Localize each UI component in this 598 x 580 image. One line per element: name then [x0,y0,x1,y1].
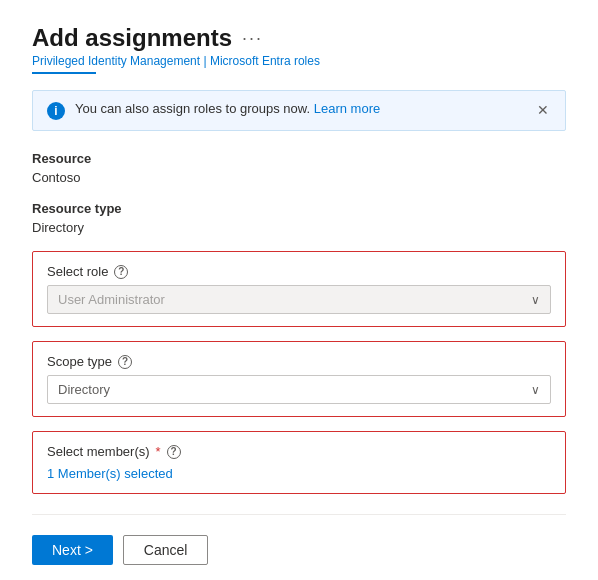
select-role-dropdown[interactable]: User Administrator ∨ [47,285,551,314]
page-title: Add assignments [32,24,232,52]
scope-type-value: Directory [58,382,110,397]
scope-type-section: Scope type ? Directory ∨ [32,341,566,417]
resource-type-label: Resource type [32,201,566,216]
select-role-section: Select role ? User Administrator ∨ [32,251,566,327]
scope-type-help-icon[interactable]: ? [118,355,132,369]
title-underline [32,72,96,74]
select-role-label: Select role [47,264,108,279]
breadcrumb: Privileged Identity Management | Microso… [32,54,566,68]
select-role-chevron-icon: ∨ [531,293,540,307]
select-members-help-icon[interactable]: ? [167,445,181,459]
next-button[interactable]: Next > [32,535,113,565]
footer-divider [32,514,566,515]
button-row: Next > Cancel [32,535,566,565]
resource-field: Resource Contoso [32,151,566,185]
ellipsis-menu-icon[interactable]: ··· [242,28,263,49]
cancel-button[interactable]: Cancel [123,535,209,565]
scope-type-dropdown[interactable]: Directory ∨ [47,375,551,404]
resource-type-field: Resource type Directory [32,201,566,235]
select-role-placeholder: User Administrator [58,292,165,307]
info-banner-text: You can also assign roles to groups now.… [75,101,380,116]
resource-value: Contoso [32,170,566,185]
scope-type-chevron-icon: ∨ [531,383,540,397]
select-role-help-icon[interactable]: ? [114,265,128,279]
resource-label: Resource [32,151,566,166]
select-members-section: Select member(s) * ? 1 Member(s) selecte… [32,431,566,494]
learn-more-link[interactable]: Learn more [314,101,380,116]
required-star: * [156,444,161,459]
close-icon[interactable]: ✕ [535,101,551,119]
select-members-label: Select member(s) [47,444,150,459]
info-icon: i [47,102,65,120]
info-banner: i You can also assign roles to groups no… [32,90,566,131]
members-selected-link[interactable]: 1 Member(s) selected [47,466,173,481]
scope-type-label: Scope type [47,354,112,369]
resource-type-value: Directory [32,220,566,235]
